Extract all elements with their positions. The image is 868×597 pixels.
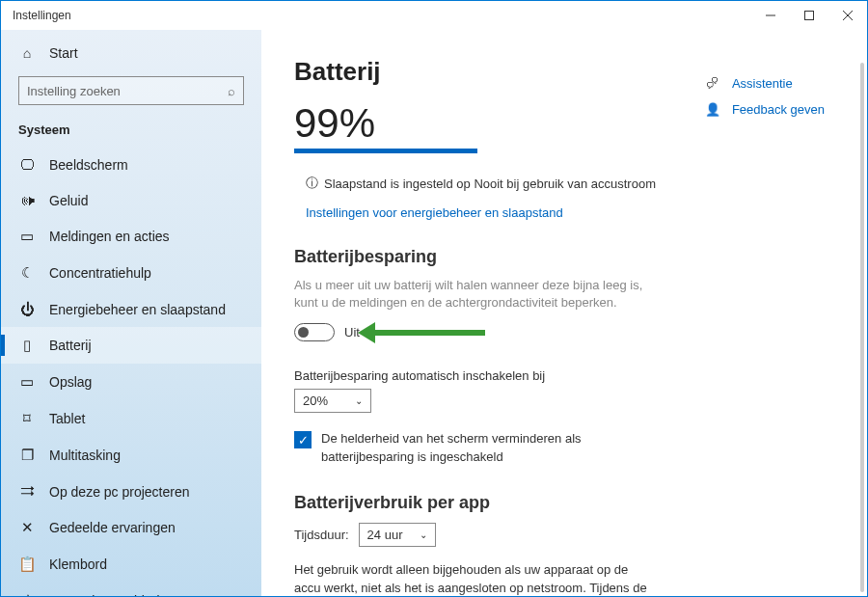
sidebar-item-klembord[interactable]: 📋Klembord (1, 546, 261, 583)
tablet-icon: ⌑ (18, 410, 36, 427)
auto-enable-select[interactable]: 20% ⌄ (294, 389, 371, 413)
sidebar-item-concentratiehulp[interactable]: ☾Concentratiehulp (1, 255, 261, 291)
sidebar-item-label: Multitasking (49, 448, 121, 463)
chevron-down-icon: ⌄ (408, 529, 427, 540)
sidebar-item-opslag[interactable]: ▭Opslag (1, 364, 261, 400)
sidebar-item-beeldscherm[interactable]: 🖵Beeldscherm (1, 147, 261, 182)
sidebar-item-extern-bureaublad[interactable]: ›⟩Extern bureaublad (1, 583, 261, 597)
sidebar-item-tablet[interactable]: ⌑Tablet (1, 400, 261, 437)
time-label: Tijdsduur: (294, 528, 349, 542)
battery-saver-desc: Als u meer uit uw batterij wilt halen wa… (294, 277, 651, 312)
sidebar-item-label: Opslag (49, 374, 92, 390)
battery-bar (294, 149, 477, 153)
storage-icon: ▭ (18, 373, 36, 391)
project-icon: ⮆ (18, 483, 36, 500)
sidebar-item-label: Meldingen en acties (49, 229, 170, 244)
right-rail: 🗪 Assistentie 👤 Feedback geven (703, 76, 825, 128)
time-value: 24 uur (367, 528, 403, 542)
sidebar-item-label: Gedeelde ervaringen (49, 520, 176, 535)
usage-heading: Batterijverbruik per app (294, 493, 828, 513)
notifications-icon: ▭ (18, 228, 36, 245)
help-link[interactable]: 🗪 Assistentie (703, 76, 825, 91)
shared-icon: ✕ (18, 519, 36, 536)
sidebar-category: Systeem (1, 117, 261, 147)
brightness-checkbox-label: De helderheid van het scherm verminderen… (321, 430, 659, 465)
sidebar-item-op-deze-pc-projecteren[interactable]: ⮆Op deze pc projecteren (1, 474, 261, 509)
close-button[interactable] (828, 1, 867, 30)
title-bar: Instellingen (1, 1, 867, 30)
home-icon: ⌂ (18, 45, 36, 61)
home-label: Start (49, 45, 78, 61)
clipboard-icon: 📋 (18, 556, 36, 573)
sidebar-item-label: Klembord (49, 556, 107, 572)
help-label: Assistentie (732, 76, 793, 91)
feedback-label: Feedback geven (732, 102, 825, 117)
sidebar-item-label: Tablet (49, 411, 85, 426)
sleep-info-text: Slaapstand is ingesteld op Nooit bij geb… (324, 176, 656, 191)
battery-saver-toggle[interactable] (294, 323, 335, 341)
scrollbar[interactable] (860, 63, 864, 592)
sidebar-item-geluid[interactable]: 🕪Geluid (1, 182, 261, 218)
focus-icon: ☾ (18, 264, 36, 282)
sleep-info-row: ⓘ Slaapstand is ingesteld op Nooit bij g… (294, 175, 828, 192)
sidebar-item-meldingen-en-acties[interactable]: ▭Meldingen en acties (1, 218, 261, 255)
home-button[interactable]: ⌂ Start (1, 38, 261, 68)
sidebar-item-label: Geluid (49, 193, 88, 208)
window-title: Instellingen (13, 9, 71, 22)
sidebar-item-label: Extern bureaublad (49, 593, 159, 597)
sound-icon: 🕪 (18, 192, 36, 208)
sidebar-item-label: Op deze pc projecteren (49, 484, 190, 500)
multitasking-icon: ❐ (18, 447, 36, 464)
svg-rect-1 (805, 12, 814, 20)
display-icon: 🖵 (18, 156, 36, 173)
auto-enable-value: 20% (303, 393, 328, 408)
battery-saver-heading: Batterijbesparing (294, 247, 828, 267)
search-icon: ⌕ (228, 84, 235, 98)
sidebar-item-label: Concentratiehulp (49, 265, 151, 281)
auto-enable-label: Batterijbesparing automatisch inschakele… (294, 368, 828, 383)
feedback-icon: 👤 (703, 102, 722, 117)
power-settings-link[interactable]: Instellingen voor energiebeheer en slaap… (294, 205, 828, 220)
power-icon: ⏻ (18, 301, 36, 317)
sidebar-item-gedeelde-ervaringen[interactable]: ✕Gedeelde ervaringen (1, 509, 261, 546)
sidebar-item-label: Beeldscherm (49, 157, 128, 173)
chevron-down-icon: ⌄ (343, 395, 363, 406)
sidebar: ⌂ Start Instelling zoeken ⌕ Systeem 🖵Bee… (1, 30, 261, 596)
sidebar-item-batterij[interactable]: ▯Batterij (1, 327, 261, 364)
remote-icon: ›⟩ (18, 592, 36, 597)
help-icon: 🗪 (703, 76, 722, 91)
maximize-button[interactable] (790, 1, 828, 30)
brightness-checkbox[interactable]: ✓ (294, 431, 312, 448)
search-input[interactable]: Instelling zoeken ⌕ (18, 76, 244, 105)
feedback-link[interactable]: 👤 Feedback geven (703, 102, 825, 117)
time-select[interactable]: 24 uur ⌄ (359, 523, 436, 547)
search-placeholder: Instelling zoeken (27, 84, 121, 98)
info-icon: ⓘ (306, 175, 318, 192)
battery-icon: ▯ (18, 337, 36, 354)
sidebar-item-label: Energiebeheer en slaapstand (49, 302, 226, 317)
minimize-button[interactable] (751, 1, 790, 30)
sidebar-item-energiebeheer-en-slaapstand[interactable]: ⏻Energiebeheer en slaapstand (1, 291, 261, 327)
sidebar-item-label: Batterij (49, 338, 92, 353)
usage-note: Het gebruik wordt alleen bijgehouden als… (294, 560, 651, 596)
sidebar-item-multitasking[interactable]: ❐Multitasking (1, 437, 261, 474)
